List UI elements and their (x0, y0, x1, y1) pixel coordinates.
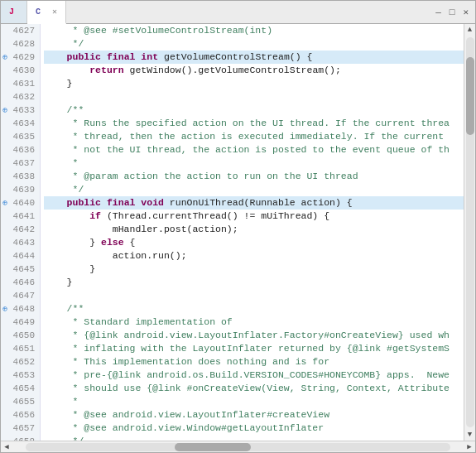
comment-text: * thread, then the action is executed im… (44, 131, 444, 142)
comment-text: * @see android.view.Window#getLayoutInfl… (44, 422, 324, 433)
code-line-4635: * thread, then the action is executed im… (44, 130, 464, 143)
code-line-4629: public final int getVolumeControlStream(… (44, 51, 464, 64)
code-lines: * @see #setVolumeControlStream(int) */ p… (44, 24, 464, 441)
code-line-4649: * Standard implementation of (44, 316, 464, 329)
line-number-4653: 4653 (1, 369, 40, 382)
line-number-4643: 4643 (1, 236, 40, 249)
line-number-4646: 4646 (1, 276, 40, 289)
window-controls: — □ ✕ (432, 1, 475, 23)
line-number-4644: 4644 (1, 249, 40, 263)
comment-text: * (44, 396, 78, 407)
code-line-4643: } else { (44, 236, 464, 249)
code-line-4656: * @see android.view.LayoutInflater#creat… (44, 408, 464, 422)
code-line-4633: /** (44, 104, 464, 117)
code-line-4644: action.run(); (44, 249, 464, 263)
code-line-4636: * not the UI thread, the action is poste… (44, 143, 464, 157)
line-number-4635: 4635 (1, 130, 40, 143)
close-button[interactable]: ✕ (459, 6, 472, 18)
line-number-4640: 4640 (1, 196, 40, 210)
line-number-4655: 4655 (1, 395, 40, 408)
comment-text: * (44, 157, 78, 168)
line-number-4636: 4636 (1, 143, 40, 157)
code-line-4652: * This implementation does nothing and i… (44, 355, 464, 369)
code-line-4648: /** (44, 302, 464, 316)
code-line-4639: */ (44, 183, 464, 196)
comment-text: */ (44, 38, 84, 49)
code-line-4638: * @param action the action to run on the… (44, 170, 464, 183)
editor-area: 4627462846294630463146324633463446354636… (1, 24, 475, 441)
code-line-4627: * @see #setVolumeControlStream(int) (44, 24, 464, 37)
line-number-4627: 4627 (1, 24, 40, 37)
tab-four-activity[interactable]: J (1, 1, 27, 23)
line-number-4637: 4637 (1, 157, 40, 170)
minimize-button[interactable]: — (432, 7, 445, 18)
code-line-4631: } (44, 77, 464, 90)
code-line-4654: * should use {@link #onCreateView(View, … (44, 382, 464, 395)
comment-text: * not the UI thread, the action is poste… (44, 144, 450, 155)
code-line-4630: return getWindow().getVolumeControlStrea… (44, 64, 464, 77)
line-number-4656: 4656 (1, 408, 40, 422)
line-number-4633: 4633 (1, 104, 40, 117)
line-number-4642: 4642 (1, 223, 40, 236)
code-line-4637: * (44, 157, 464, 170)
line-number-4628: 4628 (1, 37, 40, 51)
hscroll-track[interactable] (26, 443, 450, 451)
line-number-4652: 4652 (1, 355, 40, 369)
tab-close-icon[interactable]: ✕ (52, 7, 57, 17)
code-line-4640: public final void runOnUiThread(Runnable… (44, 196, 464, 210)
comment-text: */ (44, 184, 84, 195)
vertical-scrollbar[interactable]: ▲ ▼ (464, 24, 475, 441)
horizontal-scrollbar[interactable]: ◀ ▶ (1, 441, 475, 452)
tab-bar: J C ✕ — □ ✕ (1, 1, 475, 24)
comment-text: /** (44, 104, 84, 115)
line-number-4647: 4647 (1, 289, 40, 302)
comment-text: * @see android.view.LayoutInflater#creat… (44, 409, 329, 420)
maximize-button[interactable]: □ (446, 7, 459, 18)
class-icon: C (36, 7, 41, 17)
tab-activity-class[interactable]: C ✕ (27, 1, 66, 24)
line-number-area: 4627462846294630463146324633463446354636… (1, 24, 40, 441)
vscroll-thumb[interactable] (466, 57, 474, 135)
line-number-4638: 4638 (1, 170, 40, 183)
comment-text: * @param action the action to run on the… (44, 171, 358, 181)
line-number-4651: 4651 (1, 342, 40, 355)
scroll-right-arrow[interactable]: ▶ (464, 442, 475, 451)
line-number-4649: 4649 (1, 316, 40, 329)
code-line-4657: * @see android.view.Window#getLayoutInfl… (44, 422, 464, 435)
comment-text: * Standard implementation of (44, 316, 233, 327)
code-line-4658: */ (44, 435, 464, 441)
scroll-up-arrow[interactable]: ▲ (464, 24, 476, 36)
comment-text: * should use {@link #onCreateView(View, … (44, 383, 450, 393)
line-number-4650: 4650 (1, 329, 40, 342)
code-line-4642: mHandler.post(action); (44, 223, 464, 236)
line-number-4639: 4639 (1, 183, 40, 196)
line-number-4658: 4658 (1, 435, 40, 441)
code-line-4645: } (44, 263, 464, 276)
code-line-4651: * inflating with the LayoutInflater retu… (44, 342, 464, 355)
line-number-4648: 4648 (1, 302, 40, 316)
comment-text: /** (44, 303, 84, 314)
code-area[interactable]: * @see #setVolumeControlStream(int) */ p… (41, 24, 464, 441)
line-number-4632: 4632 (1, 90, 40, 104)
comment-text: * pre-{@link android.os.Build.VERSION_CO… (44, 369, 450, 380)
line-number-4630: 4630 (1, 64, 40, 77)
code-line-4655: * (44, 395, 464, 408)
code-line-4653: * pre-{@link android.os.Build.VERSION_CO… (44, 369, 464, 382)
line-number-4629: 4629 (1, 51, 40, 64)
code-line-4647 (44, 289, 464, 302)
code-line-4628: */ (44, 37, 464, 51)
code-line-4634: * Runs the specified action on the UI th… (44, 117, 464, 130)
line-number-4645: 4645 (1, 263, 40, 276)
vscroll-track[interactable] (466, 37, 474, 427)
code-line-4646: } (44, 276, 464, 289)
java-icon: J (9, 7, 14, 17)
line-number-4631: 4631 (1, 77, 40, 90)
line-number-4654: 4654 (1, 382, 40, 395)
hscroll-thumb[interactable] (175, 443, 251, 451)
scroll-down-arrow[interactable]: ▼ (464, 429, 476, 441)
code-line-4650: * {@link android.view.LayoutInflater.Fac… (44, 329, 464, 342)
code-line-4632 (44, 90, 464, 104)
comment-text: * This implementation does nothing and i… (44, 356, 329, 367)
comment-text: * inflating with the LayoutInflater retu… (44, 343, 450, 354)
scroll-left-arrow[interactable]: ◀ (1, 442, 12, 451)
